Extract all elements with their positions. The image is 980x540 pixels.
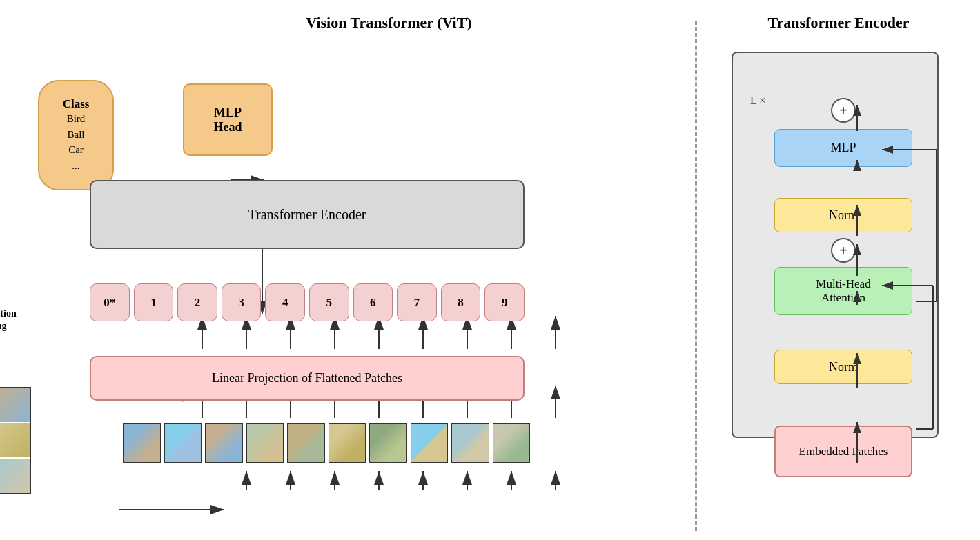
tokens-row: 0* 1 2 3 4 5 6 7 8 9	[90, 283, 525, 321]
patch-2	[205, 423, 243, 463]
class-items: BirdBallCar...	[67, 111, 86, 173]
patch-1	[164, 423, 202, 463]
patch-position-label: Patch + PositionEmbedding	[0, 308, 35, 332]
token-1: 1	[134, 283, 174, 321]
token-3: 3	[222, 283, 262, 321]
linear-projection-label: Linear Projection of Flattened Patches	[212, 371, 402, 386]
enc-norm1-block: Norm	[774, 198, 912, 232]
enc-attention-label: Multi-HeadAttention	[816, 277, 870, 305]
token-0: 0*	[90, 283, 130, 321]
patch-5	[329, 423, 366, 463]
encoder-section: Transformer Encoder L × + MLP Norm + Mul…	[718, 14, 959, 524]
enc-norm2-label: Norm	[829, 360, 858, 374]
token-6: 6	[353, 283, 393, 321]
patches-row	[123, 423, 530, 463]
patch-0	[123, 423, 161, 463]
mlp-head-box: MLPHead	[183, 83, 273, 156]
token-9: 9	[484, 283, 525, 321]
class-output-box: Class BirdBallCar...	[38, 80, 114, 190]
transformer-encoder-label: Transformer Encoder	[248, 207, 366, 223]
token-5: 5	[309, 283, 349, 321]
linear-projection-box: Linear Projection of Flattened Patches	[90, 356, 525, 401]
patch-6	[369, 423, 407, 463]
enc-attention-block: Multi-HeadAttention	[774, 267, 912, 315]
section-divider	[695, 21, 697, 531]
patch-7	[411, 423, 449, 463]
vit-section: Vision Transformer (ViT) Class BirdBallC…	[21, 14, 674, 524]
class-label: Class	[63, 97, 90, 111]
enc-mlp-block: MLP	[774, 129, 912, 167]
image-cell-5	[0, 423, 30, 458]
token-2: 2	[177, 283, 217, 321]
mlp-head-label: MLPHead	[213, 106, 242, 134]
token-4: 4	[265, 283, 305, 321]
source-image-grid	[0, 387, 31, 494]
plus-top-symbol: +	[839, 103, 847, 119]
vit-title: Vision Transformer (ViT)	[104, 14, 674, 32]
embedded-patches-label: Embedded Patches	[799, 445, 888, 459]
embedded-patches-box: Embedded Patches	[774, 426, 912, 477]
lx-label: L ×	[750, 94, 765, 107]
transformer-encoder-main-box: Transformer Encoder	[90, 180, 525, 249]
enc-mlp-label: MLP	[830, 141, 856, 155]
token-7: 7	[397, 283, 437, 321]
encoder-title: Transformer Encoder	[718, 14, 959, 32]
plus-circle-mid: +	[831, 238, 856, 263]
plus-mid-symbol: +	[839, 243, 847, 259]
patch-9	[493, 423, 531, 463]
enc-norm2-block: Norm	[774, 350, 912, 384]
image-cell-2	[0, 388, 30, 422]
enc-norm1-label: Norm	[829, 208, 858, 223]
diagram-container: Vision Transformer (ViT) Class BirdBallC…	[0, 0, 980, 540]
extra-learnable-label: * Extra learnable[class] embedding	[0, 342, 35, 366]
patch-3	[246, 423, 284, 463]
patch-4	[287, 423, 325, 463]
plus-circle-top: +	[831, 98, 856, 123]
image-cell-8	[0, 459, 30, 493]
encoder-outer-box: L × + MLP Norm + Multi-HeadAttention	[732, 52, 939, 438]
token-8: 8	[441, 283, 481, 321]
patch-8	[451, 423, 489, 463]
